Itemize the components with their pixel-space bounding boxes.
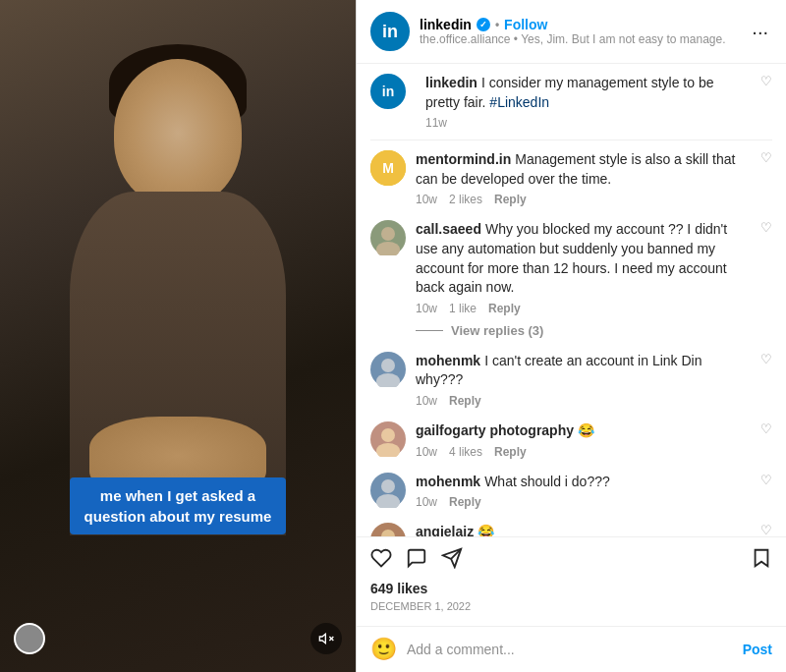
comment-avatar-saeed — [370, 220, 406, 255]
header-info: linkedin ✓ • Follow the.office.alliance … — [420, 17, 748, 46]
action-bar: 649 likes DECEMBER 1, 2022 — [357, 536, 786, 626]
caption-username[interactable]: linkedin — [425, 75, 477, 90]
comment-row: mohenmkI can't create an account in Link… — [370, 352, 772, 408]
content-panel: in linkedin ✓ • Follow the.office.allian… — [356, 0, 786, 672]
comment-time: 10w — [416, 394, 437, 408]
svg-text:M: M — [382, 160, 394, 176]
caption-avatar: in — [370, 74, 406, 109]
reply-button[interactable]: Reply — [494, 445, 527, 459]
hashtag[interactable]: #LinkedIn — [489, 94, 549, 110]
likes-count: 649 likes — [370, 581, 772, 596]
comment-time: 10w — [416, 445, 437, 459]
comment-avatar-mentormind: M — [370, 150, 406, 186]
comment-input[interactable] — [407, 642, 743, 657]
comment-body-mohenmk1: mohenmkI can't create an account in Link… — [416, 352, 751, 408]
comments-area: in linkedinI consider my management styl… — [357, 64, 786, 536]
heart-icon-6[interactable]: ♡ — [760, 523, 772, 536]
add-comment-row: 🙂 Post — [357, 626, 786, 672]
post-subtitle: the.office.alliance • Yes, Jim. But I am… — [420, 32, 748, 46]
avatar[interactable] — [14, 623, 45, 654]
heart-icon-1[interactable]: ♡ — [760, 150, 772, 165]
comment-body-mentormind: mentormind.inManagement style is also a … — [416, 150, 751, 206]
comment-text-mohenmk1: mohenmkI can't create an account in Link… — [416, 352, 751, 390]
emoji-icon[interactable]: 🙂 — [370, 637, 397, 662]
comment-likes: 2 likes — [449, 193, 482, 206]
comment-time: 10w — [416, 302, 437, 315]
post-date: DECEMBER 1, 2022 — [370, 600, 772, 612]
reply-button[interactable]: Reply — [494, 193, 527, 206]
comment-meta-saeed: 10w 1 like Reply — [416, 302, 751, 315]
main-caption-row: in linkedinI consider my management styl… — [370, 74, 772, 140]
svg-point-6 — [381, 227, 395, 241]
comment-meta-gailfogarty: 10w 4 likes Reply — [416, 445, 751, 459]
video-caption: me when I get asked a question about my … — [70, 477, 286, 534]
comment-username[interactable]: mohenmk — [416, 353, 480, 368]
comment-avatar-gailfogarty — [370, 421, 406, 457]
comment-likes: 4 likes — [449, 445, 482, 459]
svg-marker-0 — [319, 634, 325, 643]
comment-text-angielaiz: angielaiz😂 — [416, 523, 751, 536]
comment-meta-mohenmk1: 10w Reply — [416, 394, 751, 408]
comment-row: mohenmkWhat should i do??? 10w Reply ♡ — [370, 473, 772, 510]
comment-likes: 1 like — [449, 302, 477, 315]
like-icon[interactable] — [370, 547, 392, 573]
view-replies-label[interactable]: View replies (3) — [451, 323, 543, 338]
sound-icon[interactable] — [310, 623, 342, 654]
comment-icon[interactable] — [406, 547, 427, 573]
brand-logo: in — [370, 12, 410, 51]
reply-button[interactable]: Reply — [449, 495, 481, 509]
comment-row: gailfogarty photography😂 10w 4 likes Rep… — [370, 421, 772, 459]
head-shape — [114, 59, 242, 206]
comment-username[interactable]: angielaiz — [416, 524, 474, 536]
main-caption-text: linkedinI consider my management style t… — [425, 74, 751, 112]
comment-text-mohenmk2: mohenmkWhat should i do??? — [416, 473, 751, 492]
svg-marker-22 — [756, 550, 768, 567]
view-replies-line — [416, 330, 443, 331]
comment-meta-mentormind: 10w 2 likes Reply — [416, 193, 751, 206]
comment-time: 10w — [416, 193, 437, 206]
comment-avatar-angielaiz — [370, 523, 406, 536]
save-icon[interactable] — [751, 547, 772, 573]
reply-button[interactable]: Reply — [488, 302, 521, 315]
svg-point-15 — [381, 479, 395, 493]
heart-icon-5[interactable]: ♡ — [760, 473, 772, 487]
comment-row: angielaiz😂 ♡ — [370, 523, 772, 536]
heart-icon-caption[interactable]: ♡ — [760, 74, 772, 88]
comment-body-gailfogarty: gailfogarty photography😂 10w 4 likes Rep… — [416, 421, 751, 459]
comment-username[interactable]: mohenmk — [416, 474, 480, 489]
caption-time: 11w — [425, 116, 751, 130]
comment-text-gailfogarty: gailfogarty photography😂 — [416, 421, 751, 441]
follow-button[interactable]: Follow — [504, 17, 547, 32]
comment-row: call.saeedWhy you blocked my account ?? … — [370, 220, 772, 314]
svg-point-12 — [381, 428, 395, 442]
account-name[interactable]: linkedin — [420, 17, 472, 32]
dot-separator: • — [495, 18, 499, 31]
comment-row: M mentormind.inManagement style is also … — [370, 150, 772, 206]
view-replies-row[interactable]: View replies (3) — [416, 323, 772, 338]
video-background — [0, 0, 356, 672]
comment-text-mentormind: mentormind.inManagement style is also a … — [416, 150, 751, 189]
action-icons — [370, 547, 772, 573]
video-panel: me when I get asked a question about my … — [0, 0, 356, 672]
comment-body-saeed: call.saeedWhy you blocked my account ?? … — [416, 220, 751, 314]
reply-button[interactable]: Reply — [449, 394, 481, 408]
comment-time: 10w — [416, 495, 437, 509]
comment-username[interactable]: mentormind.in — [416, 151, 511, 167]
comment-avatar-mohenmk1 — [370, 352, 406, 387]
comment-meta-mohenmk2: 10w Reply — [416, 495, 751, 509]
main-caption-body: linkedinI consider my management style t… — [425, 74, 751, 130]
post-header: in linkedin ✓ • Follow the.office.allian… — [357, 0, 786, 64]
heart-icon-4[interactable]: ♡ — [760, 421, 772, 436]
heart-icon-3[interactable]: ♡ — [760, 352, 772, 366]
more-options-button[interactable]: ··· — [748, 21, 772, 43]
comment-body-angielaiz: angielaiz😂 — [416, 523, 751, 536]
comment-username[interactable]: call.saeed — [416, 221, 481, 237]
post-button[interactable]: Post — [743, 642, 772, 657]
comment-text-saeed: call.saeedWhy you blocked my account ?? … — [416, 220, 751, 297]
share-icon[interactable] — [441, 547, 463, 573]
comment-username[interactable]: gailfogarty photography — [416, 422, 574, 438]
verified-badge: ✓ — [477, 18, 490, 31]
comment-avatar-mohenmk2 — [370, 473, 406, 508]
heart-icon-2[interactable]: ♡ — [760, 220, 772, 235]
svg-point-9 — [381, 359, 395, 372]
